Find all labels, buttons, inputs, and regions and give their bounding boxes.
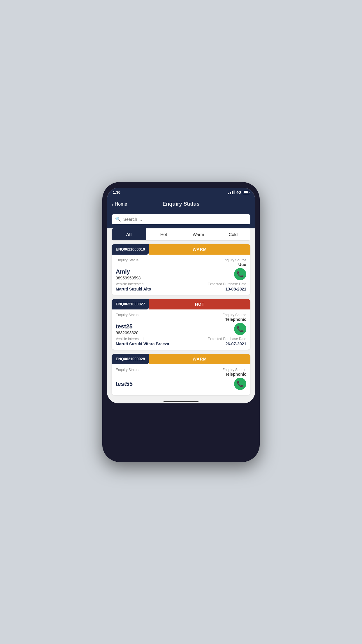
phone-icon-1: 📞 [237, 271, 244, 278]
status-badge-2: HOT [149, 299, 250, 309]
card-body-1: Enquiry Status Enquiry Source Uuu Amiy 9… [112, 255, 250, 295]
home-indicator [107, 399, 255, 403]
enquiry-source-label-1: Enquiry Source [222, 258, 246, 262]
search-container: 🔍 [107, 211, 255, 228]
vehicle-name-2: Maruti Suzuki Vitara Breeza [116, 342, 169, 346]
customer-name-3: test55 [116, 381, 234, 387]
customer-row-1: Amiy 98959959598 📞 [116, 268, 246, 280]
header: ‹ Home Enquiry Status [107, 197, 255, 211]
phone-screen: 1:30 4G ‹ Home Enquiry Status [107, 188, 255, 403]
date-label-2: Expected Purchase Date [208, 337, 246, 341]
customer-info-3: test55 [116, 381, 234, 387]
customer-info-1: Amiy 98959959598 [116, 268, 234, 280]
card-header-1: ENQ0621000010 WARM [112, 244, 250, 255]
status-time: 1:30 [113, 190, 120, 195]
customer-row-3: test55 📞 [116, 378, 246, 390]
enquiry-source-value-1: Uuu [222, 262, 246, 267]
enquiry-source-value-3: Telephonic [222, 372, 246, 377]
customer-phone-1: 98959959598 [116, 276, 234, 280]
date-label-1: Expected Purchase Date [208, 282, 246, 286]
card-body-2: Enquiry Status Enquiry Source Telephonic… [112, 309, 250, 350]
phone-device: 1:30 4G ‹ Home Enquiry Status [102, 182, 260, 462]
enquiry-card-2: ENQ0621000027 HOT Enquiry Status Enquiry… [112, 299, 250, 350]
vehicle-label-1: Vehicle Interested [116, 282, 151, 286]
vehicle-section-1: Vehicle Interested Maruti Suzuki Alto [116, 282, 151, 291]
enquiry-id-3: ENQ0621000028 [112, 354, 149, 364]
enquiry-source-label-2: Enquiry Source [222, 313, 246, 317]
enquiry-source-value-2: Telephonic [222, 317, 246, 322]
call-button-2[interactable]: 📞 [234, 323, 246, 335]
back-label: Home [115, 202, 127, 207]
enquiry-status-label-2: Enquiry Status [116, 313, 138, 317]
battery-icon [243, 191, 249, 194]
date-value-1: 13-08-2021 [208, 287, 246, 291]
date-section-1: Expected Purchase Date 13-08-2021 [208, 282, 246, 291]
back-button[interactable]: ‹ Home [112, 201, 127, 207]
vehicle-name-1: Maruti Suzuki Alto [116, 287, 151, 291]
customer-row-2: test25 9832098320 📞 [116, 323, 246, 335]
enquiry-source-block-2: Enquiry Source Telephonic [222, 313, 246, 322]
vehicle-label-2: Vehicle Interested [116, 337, 169, 341]
vehicle-section-2: Vehicle Interested Maruti Suzuki Vitara … [116, 337, 169, 346]
tab-hot[interactable]: Hot [146, 228, 181, 240]
status-badge-3: WARM [149, 354, 250, 364]
home-bar [164, 401, 198, 402]
enquiry-card-1: ENQ0621000010 WARM Enquiry Status Enquir… [112, 244, 250, 295]
enquiry-source-label-3: Enquiry Source [222, 368, 246, 372]
card-top-row-3: Enquiry Status Enquiry Source Telephonic [116, 368, 246, 377]
phone-icon-3: 📞 [237, 380, 244, 387]
status-bar: 1:30 4G [107, 188, 255, 197]
enquiry-card-3: ENQ0621000028 WARM Enquiry Status Enquir… [112, 354, 250, 395]
enquiry-status-label-3: Enquiry Status [116, 368, 138, 372]
vehicle-row-2: Vehicle Interested Maruti Suzuki Vitara … [116, 337, 246, 346]
tab-cold[interactable]: Cold [216, 228, 250, 240]
card-top-row-2: Enquiry Status Enquiry Source Telephonic [116, 313, 246, 322]
search-icon: 🔍 [115, 216, 121, 222]
customer-info-2: test25 9832098320 [116, 323, 234, 335]
enquiry-id-2: ENQ0621000027 [112, 299, 149, 309]
card-body-3: Enquiry Status Enquiry Source Telephonic… [112, 364, 250, 395]
tab-warm[interactable]: Warm [181, 228, 216, 240]
search-box: 🔍 [112, 214, 250, 224]
phone-icon-2: 📞 [237, 326, 244, 332]
vehicle-row-1: Vehicle Interested Maruti Suzuki Alto Ex… [116, 282, 246, 291]
card-header-3: ENQ0621000028 WARM [112, 354, 250, 364]
page-title: Enquiry Status [162, 201, 199, 207]
enquiry-id-1: ENQ0621000010 [112, 244, 149, 255]
enquiry-status-label-1: Enquiry Status [116, 258, 138, 262]
card-top-row-1: Enquiry Status Enquiry Source Uuu [116, 258, 246, 267]
enquiry-list: ENQ0621000010 WARM Enquiry Status Enquir… [107, 241, 255, 399]
date-value-2: 26-07-2021 [208, 342, 246, 346]
call-button-3[interactable]: 📞 [234, 378, 246, 390]
signal-icon [228, 190, 235, 194]
call-button-1[interactable]: 📞 [234, 268, 246, 280]
tab-all[interactable]: All [112, 228, 146, 240]
date-section-2: Expected Purchase Date 26-07-2021 [208, 337, 246, 346]
back-arrow-icon: ‹ [112, 201, 114, 207]
status-badge-1: WARM [149, 244, 250, 255]
customer-name-2: test25 [116, 323, 234, 330]
card-header-2: ENQ0621000027 HOT [112, 299, 250, 309]
customer-name-1: Amiy [116, 268, 234, 275]
status-right: 4G [228, 190, 249, 195]
search-input[interactable] [123, 217, 247, 222]
filter-tabs: All Hot Warm Cold [112, 228, 250, 241]
enquiry-source-block-1: Enquiry Source Uuu [222, 258, 246, 267]
enquiry-source-block-3: Enquiry Source Telephonic [222, 368, 246, 377]
customer-phone-2: 9832098320 [116, 330, 234, 335]
network-label: 4G [236, 190, 241, 195]
